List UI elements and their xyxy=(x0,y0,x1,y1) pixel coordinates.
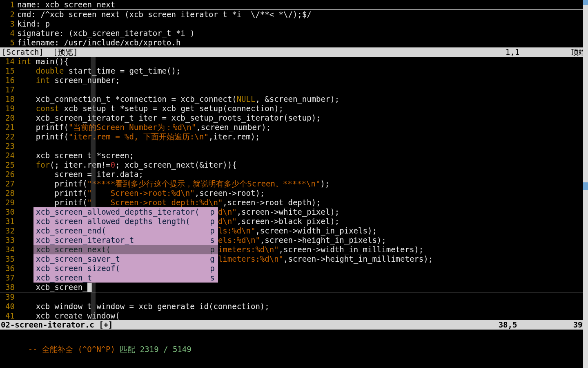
code-text: xcb_window_t window = xcb_generate_id(co… xyxy=(17,302,270,311)
preview-code: filename: /usr/include/xcb/xproto.h xyxy=(17,38,180,47)
code-text: printf(" Screen->root:%d\n",screen->root… xyxy=(17,188,265,198)
completion-kind: p xyxy=(209,217,216,226)
code-text: printf("iter.rem = %d, 下面开始遍历:\n",iter.r… xyxy=(17,132,260,141)
completion-label: xcb_screen_allowed_depths_iterator( xyxy=(36,207,209,217)
preview-line: 4signature: (xcb_screen_iterator_t *i ) xyxy=(0,29,588,38)
line-number: 24 xyxy=(0,151,17,160)
code-line: 27 printf("*****看到多少行这个提示，就说明有多少个Screen。… xyxy=(0,179,588,188)
code-line: 16 int screen_number; xyxy=(0,76,588,85)
line-number: 36 xyxy=(0,264,17,273)
code-line: 21 printf("当前的Screen Number为：%d\n",scree… xyxy=(0,123,588,132)
line-number: 41 xyxy=(0,311,17,321)
code-line: 26 screen = iter.data; xyxy=(0,170,588,179)
preview-line: 3kind: p xyxy=(0,19,588,29)
code-line: 22 printf("iter.rem = %d, 下面开始遍历:\n",ite… xyxy=(0,132,588,141)
completion-label: xcb_screen_end( xyxy=(36,226,209,236)
completion-item[interactable]: xcb_screen_allowed_depths_length(p xyxy=(33,217,218,226)
completion-item[interactable]: xcb_screen_ts xyxy=(33,273,218,283)
code-line: 20 xcb_screen_iterator_t iter = xcb_setu… xyxy=(0,113,588,123)
completion-label: xcb_screen_iterator_t xyxy=(36,236,209,245)
match-total: 5149 xyxy=(173,345,192,354)
code-line: 14int main(){ xyxy=(0,57,588,66)
preview-code: cmd: /^xcb_screen_next (xcb_screen_itera… xyxy=(17,10,312,19)
ins-completion-mode: -- 全能补全 (^O^N^P) xyxy=(28,345,120,354)
line-number: 20 xyxy=(0,113,17,123)
code-line: 39 xyxy=(0,292,588,302)
main-code-window[interactable]: 14int main(){15 double start_time = get_… xyxy=(0,57,588,320)
line-number: 29 xyxy=(0,198,17,207)
line-number: 22 xyxy=(0,132,17,141)
code-line: 18 xcb_connection_t *connection = xcb_co… xyxy=(0,94,588,104)
main-statusline: 02-screen-iterator.c [+] 38,5 39% xyxy=(0,320,588,330)
code-line: 19 const xcb_setup_t *setup = xcb_get_se… xyxy=(0,104,588,113)
line-number: 16 xyxy=(0,76,17,85)
completion-item[interactable]: xcb_screen_saver_tg xyxy=(33,254,218,264)
editor-root: 1name: xcb_screen_next2cmd: /^xcb_screen… xyxy=(0,0,588,368)
line-number: 38 xyxy=(0,283,17,292)
code-text: xcb_screen_ xyxy=(17,283,92,292)
code-text: xcb_screen_t *screen; xyxy=(17,151,134,160)
code-text: printf("当前的Screen Number为：%d\n",screen_n… xyxy=(17,123,271,132)
line-number: 34 xyxy=(0,245,17,254)
line-number: 31 xyxy=(0,217,17,226)
line-number: 39 xyxy=(0,292,17,302)
line-number: 15 xyxy=(0,66,17,76)
buffer-name: 02-screen-iterator.c [+] xyxy=(1,320,113,330)
line-number: 3 xyxy=(0,19,17,29)
line-number: 23 xyxy=(0,141,17,151)
code-line: 23 xyxy=(0,141,588,151)
completion-kind: p xyxy=(209,226,216,236)
code-text: screen = iter.data; xyxy=(17,170,143,179)
preview-code: signature: (xcb_screen_iterator_t *i ) xyxy=(17,29,195,38)
completion-label: xcb_screen_saver_t xyxy=(36,254,209,264)
preview-code: name: xcb_screen_next xyxy=(17,0,115,9)
completion-item[interactable]: xcb_screen_next(p xyxy=(33,245,218,254)
code-text: xcb_create_window( xyxy=(17,311,120,321)
code-text: int screen_number; xyxy=(17,76,120,85)
line-number: 19 xyxy=(0,104,17,113)
line-number: 40 xyxy=(0,302,17,311)
scrollbar-thumb-preview[interactable] xyxy=(583,0,588,5)
line-number: 5 xyxy=(0,38,17,47)
completion-item[interactable]: xcb_screen_allowed_depths_iterator(p xyxy=(33,207,218,217)
completion-label: xcb_screen_next( xyxy=(36,245,209,254)
line-number: 28 xyxy=(0,188,17,198)
code-line: 24 xcb_screen_t *screen; xyxy=(0,151,588,160)
completion-popup[interactable]: xcb_screen_allowed_depths_iterator(pxcb_… xyxy=(33,207,218,283)
completion-kind: p xyxy=(209,264,216,273)
preview-statusline: [Scratch] [预览] 1,1 顶端 xyxy=(0,47,588,57)
completion-item[interactable]: xcb_screen_iterator_ts xyxy=(33,236,218,245)
line-number: 21 xyxy=(0,123,17,132)
code-text: printf("*****看到多少行这个提示，就说明有多少个Screen。***… xyxy=(17,179,330,188)
code-line: 15 double start_time = get_time(); xyxy=(0,66,588,76)
preview-code: kind: p xyxy=(17,19,50,29)
line-number: 2 xyxy=(0,10,17,19)
line-number: 37 xyxy=(0,273,17,283)
completion-kind: p xyxy=(209,207,216,217)
line-number: 4 xyxy=(0,29,17,38)
code-line: 41 xcb_create_window( xyxy=(0,311,588,321)
completion-label: xcb_screen_sizeof( xyxy=(36,264,209,273)
line-number: 17 xyxy=(0,85,17,94)
code-line: 28 printf(" Screen->root:%d\n",screen->r… xyxy=(0,188,588,198)
scrollbar-thumb-main[interactable] xyxy=(583,182,588,190)
completion-kind: g xyxy=(209,254,216,264)
line-number: 14 xyxy=(0,57,17,66)
code-text: double start_time = get_time(); xyxy=(17,66,180,76)
match-index: 2319 xyxy=(140,345,159,354)
completion-item[interactable]: xcb_screen_sizeof(p xyxy=(33,264,218,273)
code-line: 25 for(; iter.rem!=0; xcb_screen_next(&i… xyxy=(0,160,588,170)
preview-line: 1name: xcb_screen_next xyxy=(0,0,588,9)
line-number: 18 xyxy=(0,94,17,104)
line-number: 35 xyxy=(0,254,17,264)
code-line: 17 xyxy=(0,85,588,94)
code-line: 38 xcb_screen_ xyxy=(0,283,588,292)
code-text: for(; iter.rem!=0; xcb_screen_next(&iter… xyxy=(17,160,237,170)
completion-item[interactable]: xcb_screen_end(p xyxy=(33,226,218,236)
completion-label: xcb_screen_t xyxy=(36,273,209,283)
code-text: int main(){ xyxy=(17,57,69,66)
completion-kind: s xyxy=(209,273,216,283)
preview-line: 2cmd: /^xcb_screen_next (xcb_screen_iter… xyxy=(0,10,588,19)
vertical-scrollbar[interactable] xyxy=(583,0,588,368)
line-number: 32 xyxy=(0,226,17,236)
